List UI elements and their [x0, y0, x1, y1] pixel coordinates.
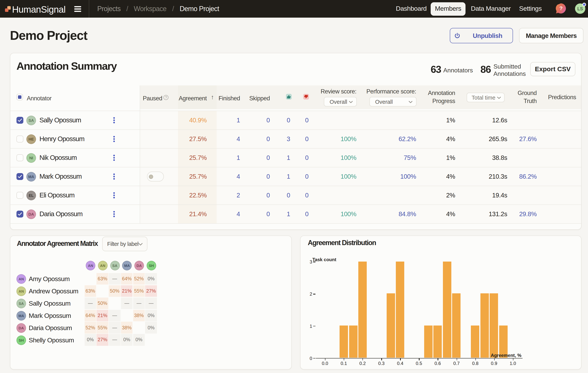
- svg-text:?: ?: [559, 5, 563, 11]
